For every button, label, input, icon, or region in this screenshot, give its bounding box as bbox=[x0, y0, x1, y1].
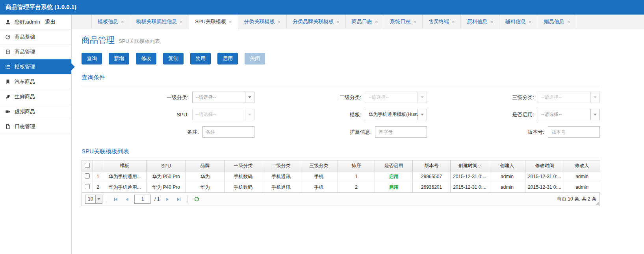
prev-page-button[interactable] bbox=[123, 195, 132, 204]
tab-material-info[interactable]: 原料信息× bbox=[461, 15, 499, 29]
tab-auxiliary-info[interactable]: 辅料信息× bbox=[499, 15, 538, 29]
pagination-bar: 10 / 1 bbox=[82, 193, 600, 206]
template-select[interactable]: 华为手机通用模板(Huaw... bbox=[365, 109, 427, 120]
sidebar-item-goods-management[interactable]: 商品管理 bbox=[0, 44, 71, 59]
close-icon[interactable]: × bbox=[278, 19, 281, 25]
tab-category-template[interactable]: 分类关联模板× bbox=[238, 15, 287, 29]
add-button[interactable]: 新增 bbox=[109, 53, 129, 64]
cell-creator: admin bbox=[489, 182, 525, 193]
column-header-version[interactable]: 版本号 bbox=[413, 160, 451, 171]
column-header-template[interactable]: 模板 bbox=[103, 160, 147, 171]
column-header-brand[interactable]: 品牌 bbox=[186, 160, 225, 171]
first-page-button[interactable] bbox=[111, 195, 120, 204]
main-area: 模板信息×模板关联属性信息×SPU关联模板×分类关联模板×分类品牌关联模板×商品… bbox=[72, 15, 644, 254]
query-section-title: 查询条件 bbox=[82, 74, 600, 85]
column-header-status[interactable]: 是否启用 bbox=[375, 160, 413, 171]
column-header-creator[interactable]: 创建人 bbox=[489, 160, 525, 171]
row-checkbox[interactable] bbox=[85, 173, 90, 179]
field-label: 扩展信息: bbox=[254, 129, 375, 136]
form-field-version: 版本号: bbox=[427, 126, 600, 138]
table-row[interactable]: 2华为手机通用...华为 P40 Pro华为手机数码手机通讯手机2启用26936… bbox=[82, 182, 600, 193]
column-header-created[interactable]: 创建时间▽ bbox=[451, 160, 489, 171]
sidebar: 您好,admin 退出 商品基础商品管理模板管理汽车商品生鲜商品虚拟商品日志管理 bbox=[0, 15, 72, 254]
close-icon[interactable]: × bbox=[567, 19, 570, 25]
tab-template-info[interactable]: 模板信息× bbox=[91, 15, 130, 29]
toolbar: 查询新增修改复制禁用启用关闭 bbox=[82, 53, 644, 64]
sidebar-item-label: 商品管理 bbox=[15, 48, 35, 55]
logout-link[interactable]: 退出 bbox=[45, 18, 56, 26]
tab-spu-template[interactable]: SPU关联模板× bbox=[189, 15, 238, 29]
chevron-down-icon bbox=[245, 109, 254, 120]
cell-cat1: 手机数码 bbox=[225, 182, 262, 193]
cell-spu: 华为 P50 Pro bbox=[147, 171, 186, 182]
page-size-select[interactable]: 10 bbox=[85, 195, 102, 204]
column-header-spu[interactable]: SPU bbox=[147, 160, 186, 171]
cell-status: 启用 bbox=[375, 171, 413, 182]
cell-modified: 2015-12-31 0:... bbox=[525, 171, 564, 182]
divider bbox=[107, 195, 107, 203]
close-icon[interactable]: × bbox=[180, 19, 183, 25]
sidebar-item-fresh-goods[interactable]: 生鲜商品 bbox=[0, 89, 71, 104]
column-header-cat2[interactable]: 二级分类 bbox=[262, 160, 300, 171]
close-icon[interactable]: × bbox=[452, 19, 455, 25]
enabled-select[interactable]: --请选择-- bbox=[538, 109, 600, 120]
ext-info-input[interactable] bbox=[375, 126, 427, 138]
tab-sale-terminal[interactable]: 售卖终端× bbox=[423, 15, 461, 29]
next-page-button[interactable] bbox=[163, 195, 172, 204]
cell-cat2: 手机通讯 bbox=[262, 182, 300, 193]
resize-grip bbox=[596, 202, 599, 205]
sidebar-item-log-management[interactable]: 日志管理 bbox=[0, 119, 71, 134]
sidebar-item-virtual-goods[interactable]: 虚拟商品 bbox=[0, 104, 71, 119]
row-checkbox[interactable] bbox=[85, 184, 90, 189]
refresh-icon[interactable] bbox=[192, 195, 201, 204]
cell-cat3: 手机 bbox=[300, 171, 338, 182]
column-header-sort[interactable]: 排序 bbox=[338, 160, 375, 171]
sidebar-item-label: 模板管理 bbox=[15, 63, 35, 70]
column-header-modifier[interactable]: 修改人 bbox=[564, 160, 600, 171]
tab-goods-log[interactable]: 商品日志× bbox=[346, 15, 384, 29]
close-icon[interactable]: × bbox=[413, 19, 416, 25]
row-checkbox-cell bbox=[82, 182, 93, 193]
tab-category-brand-template[interactable]: 分类品牌关联模板× bbox=[287, 15, 346, 29]
close-icon[interactable]: × bbox=[229, 19, 232, 25]
column-header-cat1[interactable]: 一级分类 bbox=[225, 160, 262, 171]
close-icon[interactable]: × bbox=[336, 19, 340, 25]
sidebar-item-template-management[interactable]: 模板管理 bbox=[0, 59, 71, 74]
remark-input[interactable] bbox=[202, 126, 254, 138]
query-form: 一级分类:--请选择--二级分类:--请选择--三级分类:--请选择--SPU:… bbox=[82, 92, 600, 138]
enable-button[interactable]: 启用 bbox=[217, 53, 238, 64]
page-number-input[interactable] bbox=[134, 195, 151, 204]
category-level1-select[interactable]: --请选择-- bbox=[192, 92, 254, 103]
field-label: 一级分类: bbox=[82, 94, 192, 101]
modify-button[interactable]: 修改 bbox=[136, 53, 156, 64]
close-button[interactable]: 关闭 bbox=[245, 53, 265, 64]
column-header-modified[interactable]: 修改时间 bbox=[525, 160, 564, 171]
tab-system-log[interactable]: 系统日志× bbox=[384, 15, 423, 29]
last-page-button[interactable] bbox=[174, 195, 183, 204]
select-all-checkbox[interactable] bbox=[85, 163, 90, 168]
tab-label: 售卖终端 bbox=[429, 18, 449, 25]
disable-button[interactable]: 禁用 bbox=[190, 53, 211, 64]
copy-button[interactable]: 复制 bbox=[163, 53, 184, 64]
column-header-idx[interactable] bbox=[93, 160, 103, 171]
column-header-cat3[interactable]: 三级分类 bbox=[300, 160, 338, 171]
tab-gift-info[interactable]: 赠品信息× bbox=[538, 15, 577, 29]
sidebar-nav: 商品基础商品管理模板管理汽车商品生鲜商品虚拟商品日志管理 bbox=[0, 29, 71, 134]
tab-template-attr-info[interactable]: 模板关联属性信息× bbox=[130, 15, 189, 29]
tab-label: 分类品牌关联模板 bbox=[293, 18, 334, 25]
cell-cat3: 手机 bbox=[300, 182, 338, 193]
table-row[interactable]: 1华为手机通用...华为 P50 Pro华为手机数码手机通讯手机1启用29965… bbox=[82, 171, 600, 182]
query-button[interactable]: 查询 bbox=[82, 53, 102, 64]
close-icon[interactable]: × bbox=[375, 19, 378, 25]
divider bbox=[187, 195, 188, 203]
sidebar-item-car-goods[interactable]: 汽车商品 bbox=[0, 74, 71, 89]
cell-brand: 华为 bbox=[186, 171, 225, 182]
version-input[interactable] bbox=[548, 126, 600, 138]
select-value: --请选择-- bbox=[193, 109, 245, 120]
tab-label: 模板关联属性信息 bbox=[136, 18, 177, 25]
close-icon[interactable]: × bbox=[121, 19, 124, 25]
sidebar-item-goods-base[interactable]: 商品基础 bbox=[0, 29, 71, 44]
close-icon[interactable]: × bbox=[529, 19, 532, 25]
spu-template-table: 模板SPU品牌一级分类二级分类三级分类排序是否启用版本号创建时间▽创建人修改时间… bbox=[82, 160, 600, 193]
close-icon[interactable]: × bbox=[490, 19, 493, 25]
